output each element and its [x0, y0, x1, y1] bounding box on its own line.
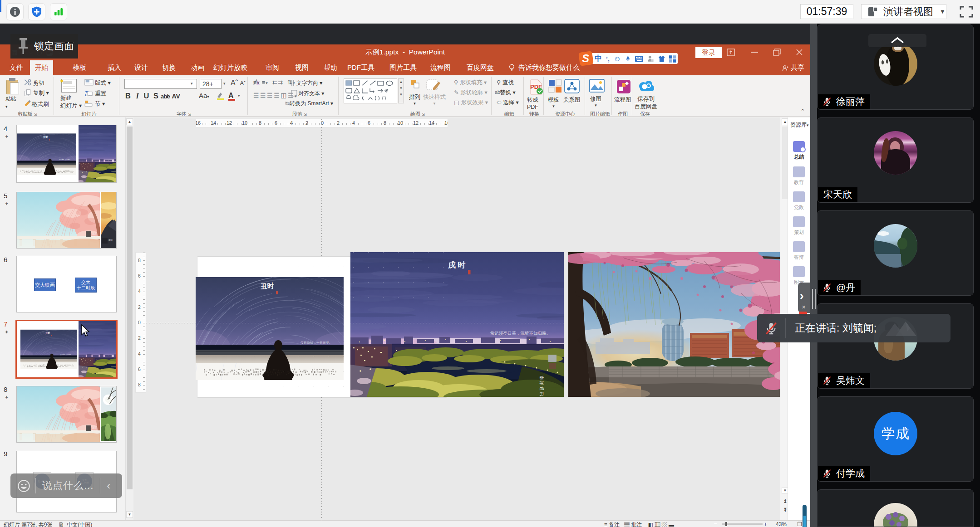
svg-text:文字方向 ▾: 文字方向 ▾ [296, 80, 322, 86]
svg-text:对齐文本 ▾: 对齐文本 ▾ [298, 90, 324, 97]
